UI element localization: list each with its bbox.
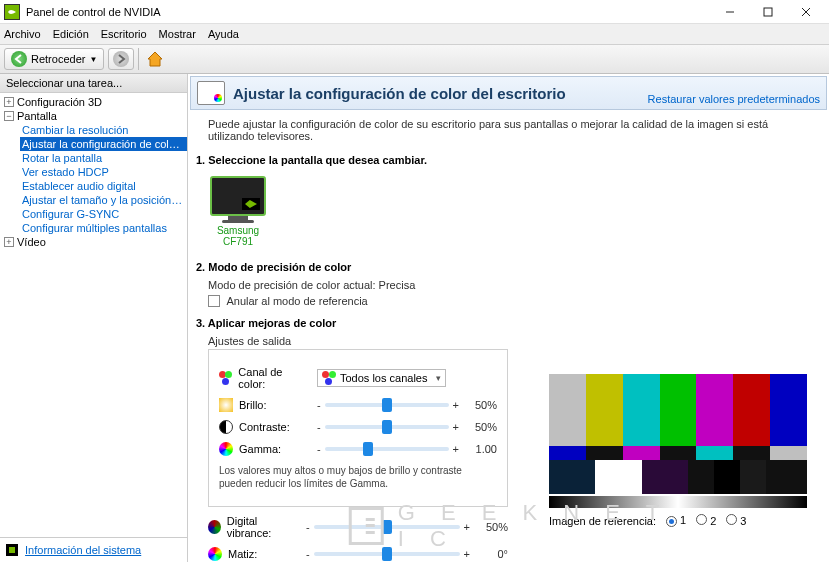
sidebar-header: Seleccionar una tarea... [0,74,187,93]
menu-desktop[interactable]: Escritorio [101,28,147,40]
hue-slider[interactable] [314,552,460,556]
page-description: Puede ajustar la configuración de color … [188,112,829,148]
tree-category-video[interactable]: +Vídeo [0,235,187,249]
nav-multi-display[interactable]: Configurar múltiples pantallas [20,221,187,235]
nav-hdcp-status[interactable]: Ver estado HDCP [20,165,187,179]
page-header: Ajustar la configuración de color del es… [190,76,827,110]
monitor-thumbnail[interactable]: Samsung CF791 [208,176,268,247]
vibrance-value: 50% [474,521,508,533]
brightness-slider[interactable] [325,403,449,407]
home-button[interactable] [143,48,167,70]
back-arrow-icon [11,51,27,67]
gamma-icon [219,442,233,456]
forward-button[interactable] [108,48,134,70]
menu-edit[interactable]: Edición [53,28,89,40]
monitor-name: Samsung CF791 [208,225,268,247]
contrast-icon [219,420,233,434]
gamma-value: 1.00 [463,443,497,455]
nvidia-chip-icon [6,544,18,556]
color-bars-preview [549,374,807,494]
reference-image-label: Imagen de referencia: [549,515,656,527]
menu-show[interactable]: Mostrar [159,28,196,40]
contrast-slider[interactable] [325,425,449,429]
tree-category-3d[interactable]: +Configuración 3D [0,95,187,109]
system-info-link[interactable]: Información del sistema [25,544,141,556]
display-color-icon [197,81,225,105]
override-reference-label: Anular al modo de referencia [226,295,367,307]
color-precision-status: Modo de precisión de color actual: Preci… [208,279,809,291]
ref-radio-2[interactable]: 2 [696,514,716,527]
nav-gsync[interactable]: Configurar G-SYNC [20,207,187,221]
brightness-icon [219,398,233,412]
section3-subtitle: Ajustes de salida [188,331,829,347]
menu-help[interactable]: Ayuda [208,28,239,40]
page-title: Ajustar la configuración de color del es… [233,85,640,102]
toolbar-separator [138,48,139,70]
minimize-button[interactable] [711,1,749,23]
gamma-slider[interactable] [325,447,449,451]
svg-rect-1 [764,8,772,16]
section1-title: 1. Seleccione la pantalla que desea camb… [188,148,829,168]
color-channel-select[interactable]: Todos los canales [317,369,446,387]
section3-title: 3. Aplicar mejoras de color [188,311,829,331]
nvidia-logo-icon [242,198,260,210]
section2-title: 2. Modo de precisión de color [188,255,829,275]
title-bar: Panel de control de NVIDIA [0,0,829,24]
nav-rotate-display[interactable]: Rotar la pantalla [20,151,187,165]
gamma-note: Los valores muy altos o muy bajos de bri… [219,464,497,490]
toolbar: Retroceder ▼ [0,44,829,74]
back-button[interactable]: Retroceder ▼ [4,48,104,70]
channel-icon [219,371,232,385]
output-adjust-panel: Canal de color: Todos los canales Brillo… [208,349,508,507]
tree-category-display[interactable]: −Pantalla [0,109,187,123]
vibrance-icon [208,520,221,534]
contrast-value: 50% [463,421,497,433]
content-pane: Ajustar la configuración de color del es… [188,74,829,562]
ref-radio-3[interactable]: 3 [726,514,746,527]
window-title: Panel de control de NVIDIA [26,6,711,18]
brightness-value: 50% [463,399,497,411]
nav-adjust-size-position[interactable]: Ajustar el tamaño y la posición del escr… [20,193,187,207]
menu-bar: Archivo Edición Escritorio Mostrar Ayuda [0,24,829,44]
gradient-preview [549,496,807,508]
vibrance-slider[interactable] [314,525,460,529]
nav-adjust-color[interactable]: Ajustar la configuración de color del es… [20,137,187,151]
nvidia-app-icon [4,4,20,20]
task-sidebar: Seleccionar una tarea... +Configuración … [0,74,188,562]
maximize-button[interactable] [749,1,787,23]
restore-defaults-link[interactable]: Restaurar valores predeterminados [648,93,820,105]
nav-digital-audio[interactable]: Establecer audio digital [20,179,187,193]
hue-icon [208,547,222,561]
close-button[interactable] [787,1,825,23]
override-reference-checkbox[interactable] [208,295,220,307]
ref-radio-1[interactable]: 1 [666,514,686,527]
dropdown-icon: ▼ [89,55,97,64]
hue-value: 0° [474,548,508,560]
forward-arrow-icon [113,51,129,67]
nav-change-resolution[interactable]: Cambiar la resolución [20,123,187,137]
back-label: Retroceder [31,53,85,65]
menu-file[interactable]: Archivo [4,28,41,40]
